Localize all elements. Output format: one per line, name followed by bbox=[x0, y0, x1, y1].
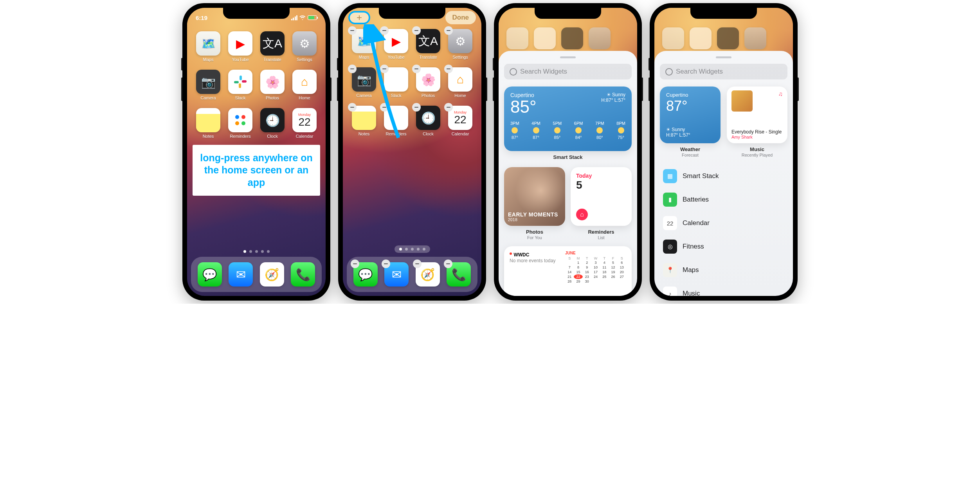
remove-icon[interactable] bbox=[412, 65, 421, 73]
search-widgets[interactable]: Search Widgets bbox=[660, 64, 787, 79]
smart-stack-widget[interactable]: Cupertino85° ☀︎ SunnyH:87° L:57° 3PM87°4… bbox=[504, 87, 632, 151]
widget-list-item[interactable]: ▮Batteries bbox=[660, 188, 787, 211]
app-youtube[interactable]: ▶YouTube bbox=[227, 31, 254, 62]
app-clock[interactable]: 🕘Clock bbox=[415, 106, 441, 136]
smart-stack-label: Smart Stack bbox=[504, 154, 632, 160]
svg-point-5 bbox=[241, 115, 245, 119]
app-reminders[interactable]: Reminders bbox=[227, 108, 254, 139]
music-note-icon: ♫ bbox=[778, 90, 783, 97]
widget-list-item[interactable]: ◎Fitness bbox=[660, 235, 787, 258]
remove-icon[interactable] bbox=[380, 103, 389, 112]
remove-icon[interactable] bbox=[348, 103, 357, 112]
svg-point-7 bbox=[241, 121, 245, 125]
dock: 💬 ✉︎ 🧭 📞 bbox=[347, 257, 477, 292]
home-grid-jiggle[interactable]: 🗺️Maps ▶YouTube 文ATranslate ⚙︎Settings 📷… bbox=[343, 24, 481, 136]
remove-icon[interactable] bbox=[413, 260, 422, 268]
remove-icon[interactable] bbox=[412, 103, 421, 112]
album-art bbox=[731, 90, 753, 112]
page-dots[interactable] bbox=[187, 250, 326, 253]
dock: 💬 ✉︎ 🧭 📞 bbox=[191, 257, 322, 292]
widget-list-item[interactable]: ▦Smart Stack bbox=[660, 164, 787, 188]
dock-safari[interactable]: 🧭 bbox=[260, 262, 284, 287]
done-button[interactable]: Done bbox=[445, 11, 476, 24]
app-photos[interactable]: 🌸Photos bbox=[415, 67, 441, 98]
remove-icon[interactable] bbox=[380, 65, 389, 73]
dock-phone[interactable]: 📞 bbox=[447, 262, 471, 287]
widget-list-item[interactable]: ♪Music bbox=[660, 282, 787, 296]
sheet-grabber[interactable] bbox=[560, 56, 576, 58]
weather-widget-preview[interactable]: Cupertino87° ☀︎ SunnyH:87° L:57° bbox=[660, 87, 721, 143]
app-translate[interactable]: 文ATranslate bbox=[415, 29, 441, 59]
remove-icon[interactable] bbox=[412, 26, 421, 35]
search-widgets[interactable]: Search Widgets bbox=[504, 64, 632, 79]
svg-rect-1 bbox=[234, 81, 239, 83]
app-photos[interactable]: 🌸Photos bbox=[259, 70, 286, 100]
notch bbox=[690, 8, 757, 19]
app-maps[interactable]: 🗺️Maps bbox=[351, 29, 377, 59]
forecast-hour: 3PM87° bbox=[510, 121, 519, 140]
app-calendar[interactable]: Monday22Calendar bbox=[291, 108, 318, 139]
app-clock[interactable]: 🕘Clock bbox=[259, 108, 286, 139]
app-translate[interactable]: 文ATranslate bbox=[259, 31, 286, 62]
app-home[interactable]: ⌂Home bbox=[291, 70, 318, 100]
app-camera[interactable]: 📷Camera bbox=[195, 70, 222, 100]
remove-icon[interactable] bbox=[380, 26, 389, 35]
app-camera[interactable]: 📷Camera bbox=[351, 67, 377, 98]
widget-apps-list: ▦Smart Stack▮Batteries22Calendar◎Fitness… bbox=[660, 164, 787, 296]
widget-sheet: Search Widgets Cupertino87° ☀︎ SunnyH:87… bbox=[654, 8, 793, 296]
remove-icon[interactable] bbox=[348, 26, 357, 35]
forecast-hour: 7PM80° bbox=[595, 121, 604, 140]
dock-mail[interactable]: ✉︎ bbox=[229, 262, 253, 287]
widget-list-item[interactable]: 22Calendar bbox=[660, 211, 787, 235]
phone-frame-4: Search Widgets Cupertino87° ☀︎ SunnyH:87… bbox=[650, 3, 798, 301]
sheet-grabber[interactable] bbox=[716, 56, 731, 58]
app-settings[interactable]: ⚙︎Settings bbox=[291, 31, 318, 62]
remove-icon[interactable] bbox=[444, 65, 453, 73]
app-youtube[interactable]: ▶YouTube bbox=[383, 29, 409, 59]
widget-sheet: Search Widgets Cupertino85° ☀︎ SunnyH:87… bbox=[499, 8, 637, 296]
forecast-hour: 6PM84° bbox=[574, 121, 583, 140]
phone-frame-3: Search Widgets Cupertino85° ☀︎ SunnyH:87… bbox=[494, 3, 642, 301]
app-calendar[interactable]: Monday22Calendar bbox=[447, 106, 474, 136]
forecast-hour: 5PM85° bbox=[553, 121, 562, 140]
forecast-hour: 4PM87° bbox=[531, 121, 540, 140]
home-grid[interactable]: 🗺️Maps ▶YouTube 文ATranslate ⚙︎Settings 📷… bbox=[187, 23, 326, 139]
app-notes[interactable]: Notes bbox=[351, 106, 377, 136]
notch bbox=[223, 8, 290, 19]
svg-point-6 bbox=[235, 121, 239, 125]
remove-icon[interactable] bbox=[444, 103, 453, 112]
dock-safari[interactable]: 🧭 bbox=[416, 262, 440, 287]
app-slack[interactable]: #Slack bbox=[383, 67, 409, 98]
app-maps[interactable]: 🗺️Maps bbox=[195, 31, 222, 62]
dock-messages[interactable]: 💬 bbox=[198, 262, 222, 287]
dock-phone[interactable]: 📞 bbox=[291, 262, 315, 287]
svg-rect-0 bbox=[240, 76, 242, 80]
remove-icon[interactable] bbox=[351, 260, 359, 268]
app-slack[interactable]: Slack bbox=[227, 70, 254, 100]
app-settings[interactable]: ⚙︎Settings bbox=[447, 29, 474, 59]
dock-messages[interactable]: 💬 bbox=[353, 262, 378, 287]
reminders-widget[interactable]: Today 5 ⌂ bbox=[571, 167, 632, 226]
hourly-forecast: 3PM87°4PM87°5PM85°6PM84°7PM80°8PM75° bbox=[510, 121, 625, 140]
page-dots[interactable] bbox=[395, 245, 430, 253]
annotation-callout: long-press anywhere on the home screen o… bbox=[193, 145, 320, 196]
app-home[interactable]: ⌂Home bbox=[447, 67, 474, 98]
phone-frame-2: Done 🗺️Maps ▶YouTube 文ATranslate ⚙︎Setti… bbox=[338, 3, 486, 301]
app-reminders[interactable]: ◉Reminders bbox=[383, 106, 409, 136]
svg-rect-2 bbox=[239, 83, 241, 88]
widget-list-item[interactable]: 📍Maps bbox=[660, 258, 787, 282]
battery-icon bbox=[308, 15, 317, 20]
wifi-icon bbox=[299, 15, 306, 20]
home-icon: ⌂ bbox=[576, 209, 588, 220]
remove-icon[interactable] bbox=[348, 65, 357, 73]
music-widget-preview[interactable]: ♫ Everybody Rise - Single Amy Shark bbox=[727, 87, 787, 143]
phone-frame-1: 6:19 🗺️Maps ▶YouTube 文ATranslate ⚙︎Setti… bbox=[182, 3, 330, 301]
photos-widget[interactable]: EARLY MOMENTS2018 bbox=[504, 167, 565, 226]
status-time: 6:19 bbox=[196, 14, 207, 21]
calendar-widget[interactable]: WWDC No more events today JUNE SMTWTFS12… bbox=[504, 246, 632, 296]
dock-mail[interactable]: ✉︎ bbox=[384, 262, 409, 287]
remove-icon[interactable] bbox=[444, 26, 453, 35]
add-widget-button[interactable] bbox=[348, 11, 370, 24]
forecast-hour: 8PM75° bbox=[616, 121, 625, 140]
app-notes[interactable]: Notes bbox=[195, 108, 222, 139]
